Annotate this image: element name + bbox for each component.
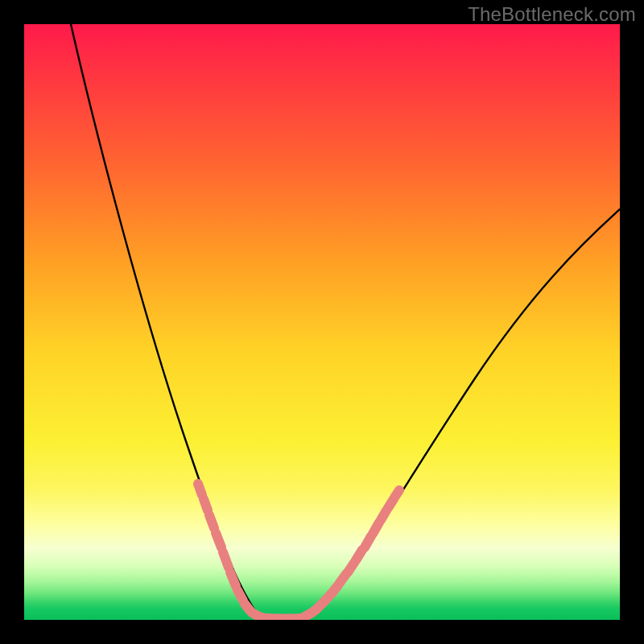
curve-layer xyxy=(24,24,620,620)
svg-line-0 xyxy=(198,484,202,495)
svg-line-4 xyxy=(223,552,229,568)
svg-line-1 xyxy=(204,499,208,510)
svg-line-2 xyxy=(209,515,214,528)
markers-floor xyxy=(259,617,302,619)
plot-area xyxy=(24,24,620,620)
svg-line-3 xyxy=(216,533,221,547)
svg-line-21 xyxy=(356,550,362,560)
svg-line-22 xyxy=(365,536,371,547)
marker-layer xyxy=(198,484,399,619)
svg-line-23 xyxy=(373,522,379,534)
svg-line-5 xyxy=(230,572,236,586)
watermark-text: TheBottleneck.com xyxy=(468,3,636,26)
chart-stage: TheBottleneck.com xyxy=(0,0,644,644)
svg-line-6 xyxy=(237,590,243,601)
bottleneck-curve xyxy=(71,24,620,619)
curve-right-branch xyxy=(302,209,620,618)
markers-left xyxy=(198,484,258,616)
svg-line-26 xyxy=(394,490,399,497)
curve-left-branch xyxy=(71,24,266,618)
markers-right xyxy=(303,490,399,617)
